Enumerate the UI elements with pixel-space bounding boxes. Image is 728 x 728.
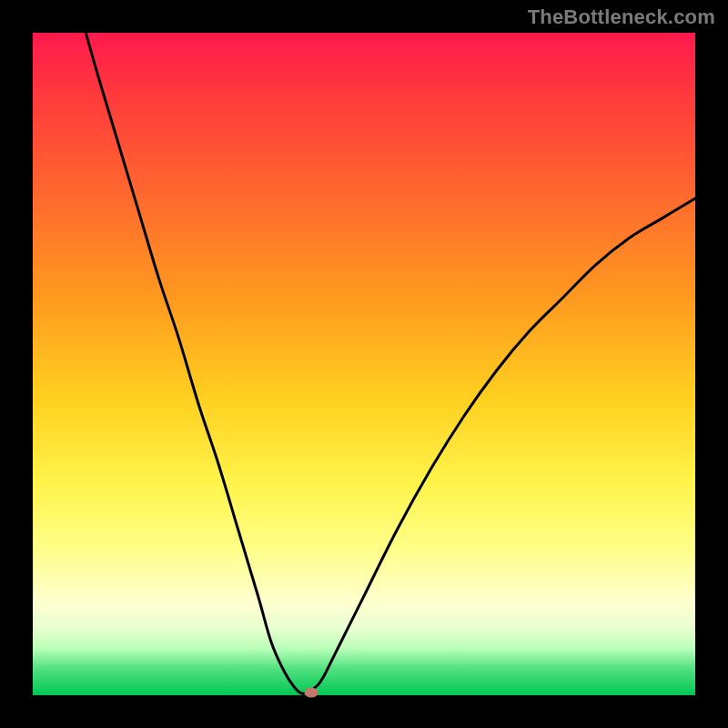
bottleneck-curve [33,33,695,695]
watermark: TheBottleneck.com [528,5,715,29]
plot-area [33,33,695,695]
optimal-point-marker [304,688,318,698]
chart-frame: TheBottleneck.com [0,0,728,728]
